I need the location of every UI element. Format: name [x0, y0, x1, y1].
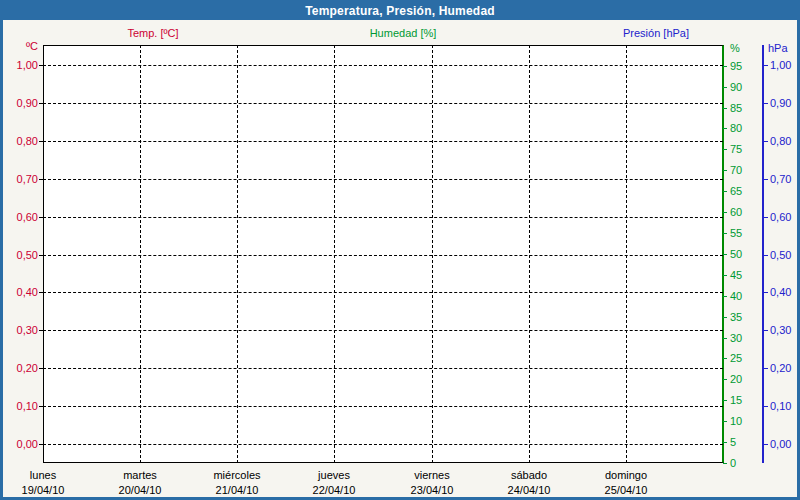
- temperature-tick-mark: [39, 255, 43, 256]
- h-gridline: [43, 255, 723, 256]
- humidity-tick-label: 20: [730, 373, 742, 385]
- humidity-tick-label: 45: [730, 269, 742, 281]
- day-name-label: domingo: [605, 469, 647, 481]
- humidity-tick-mark: [723, 254, 727, 255]
- day-date-label: 24/04/10: [508, 484, 551, 496]
- humidity-tick-mark: [723, 233, 727, 234]
- h-gridline: [43, 217, 723, 218]
- h-gridline: [43, 292, 723, 293]
- pressure-tick-label: 0,20: [770, 362, 791, 374]
- humidity-tick-label: 65: [730, 185, 742, 197]
- pressure-axis-unit-icon: hPa: [768, 42, 788, 54]
- day-date-label: 19/04/10: [22, 484, 65, 496]
- pressure-tick-mark: [764, 179, 768, 180]
- temperature-tick-label: 0,60: [3, 211, 38, 223]
- h-gridline: [43, 444, 723, 445]
- humidity-tick-mark: [723, 108, 727, 109]
- temperature-tick-mark: [39, 444, 43, 445]
- day-date-label: 22/04/10: [313, 484, 356, 496]
- pressure-tick-mark: [764, 141, 768, 142]
- temperature-tick-mark: [39, 406, 43, 407]
- humidity-tick-label: 50: [730, 248, 742, 260]
- temperature-tick-label: 0,30: [3, 324, 38, 336]
- humidity-tick-mark: [723, 275, 727, 276]
- h-gridline: [43, 179, 723, 180]
- humidity-tick-label: 40: [730, 290, 742, 302]
- humidity-tick-label: 30: [730, 332, 742, 344]
- pressure-tick-label: 0,40: [770, 286, 791, 298]
- pressure-tick-label: 0,10: [770, 400, 791, 412]
- humidity-tick-label: 35: [730, 311, 742, 323]
- legend-humidity: Humedad [%]: [370, 27, 437, 39]
- pressure-tick-label: 1,00: [770, 59, 791, 71]
- day-date-label: 23/04/10: [411, 484, 454, 496]
- v-gridline: [432, 45, 433, 463]
- pressure-tick-label: 0,70: [770, 173, 791, 185]
- temperature-tick-label: 0,90: [3, 97, 38, 109]
- humidity-tick-label: 15: [730, 394, 742, 406]
- humidity-tick-mark: [723, 212, 727, 213]
- pressure-tick-mark: [764, 406, 768, 407]
- humidity-tick-label: 70: [730, 164, 742, 176]
- temperature-tick-mark: [39, 368, 43, 369]
- humidity-tick-mark: [723, 358, 727, 359]
- pressure-tick-mark: [764, 292, 768, 293]
- pressure-tick-label: 0,60: [770, 211, 791, 223]
- temperature-tick-label: 0,10: [3, 400, 38, 412]
- h-gridline: [43, 406, 723, 407]
- temperature-tick-label: 0,50: [3, 249, 38, 261]
- humidity-tick-label: 25: [730, 352, 742, 364]
- plot-area: [43, 45, 724, 463]
- humidity-axis-unit-icon: %: [730, 42, 740, 54]
- h-gridline: [43, 141, 723, 142]
- temperature-tick-label: 0,20: [3, 362, 38, 374]
- window-title: Temperatura, Presión, Humedad: [305, 4, 495, 18]
- day-name-label: lunes: [30, 469, 56, 481]
- humidity-tick-mark: [723, 87, 727, 88]
- pressure-tick-label: 0,90: [770, 97, 791, 109]
- day-name-label: sábado: [511, 469, 547, 481]
- h-gridline: [43, 103, 723, 104]
- pressure-tick-mark: [764, 65, 768, 66]
- day-name-label: miércoles: [213, 469, 260, 481]
- legend-pressure: Presión [hPa]: [623, 27, 689, 39]
- pressure-axis-line: [762, 45, 764, 463]
- v-gridline: [140, 45, 141, 463]
- v-gridline: [529, 45, 530, 463]
- temperature-tick-mark: [39, 141, 43, 142]
- temperature-tick-mark: [39, 330, 43, 331]
- pressure-tick-mark: [764, 103, 768, 104]
- temperature-tick-mark: [39, 292, 43, 293]
- humidity-tick-label: 10: [730, 415, 742, 427]
- day-name-label: jueves: [318, 469, 350, 481]
- pressure-tick-mark: [764, 368, 768, 369]
- humidity-tick-label: 80: [730, 122, 742, 134]
- temperature-tick-label: 0,70: [3, 173, 38, 185]
- day-name-label: viernes: [414, 469, 449, 481]
- legend-temperature: Temp. [ºC]: [127, 27, 178, 39]
- day-date-label: 20/04/10: [119, 484, 162, 496]
- humidity-tick-mark: [723, 379, 727, 380]
- temperature-tick-mark: [39, 65, 43, 66]
- v-gridline: [334, 45, 335, 463]
- temperature-tick-label: 0,80: [3, 135, 38, 147]
- humidity-tick-mark: [723, 317, 727, 318]
- humidity-tick-label: 90: [730, 81, 742, 93]
- pressure-tick-label: 0,30: [770, 324, 791, 336]
- humidity-tick-mark: [723, 170, 727, 171]
- temperature-tick-mark: [39, 179, 43, 180]
- pressure-tick-mark: [764, 255, 768, 256]
- humidity-tick-mark: [723, 421, 727, 422]
- pressure-tick-mark: [764, 330, 768, 331]
- humidity-tick-mark: [723, 296, 727, 297]
- humidity-tick-mark: [723, 191, 727, 192]
- pressure-tick-mark: [764, 217, 768, 218]
- humidity-tick-label: 5: [730, 436, 736, 448]
- v-gridline: [626, 45, 627, 463]
- pressure-tick-label: 0,80: [770, 135, 791, 147]
- h-gridline: [43, 65, 723, 66]
- temperature-tick-label: 1,00: [3, 59, 38, 71]
- temperature-tick-mark: [39, 103, 43, 104]
- humidity-tick-label: 60: [730, 206, 742, 218]
- humidity-tick-mark: [723, 128, 727, 129]
